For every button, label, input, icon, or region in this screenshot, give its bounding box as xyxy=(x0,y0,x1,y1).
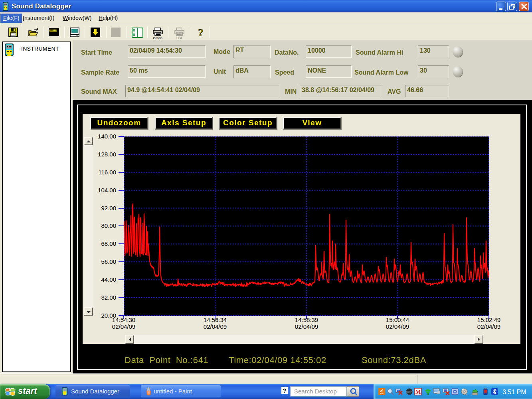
svg-text:M: M xyxy=(415,389,421,395)
svg-text:Graph: Graph xyxy=(153,36,162,40)
svg-text:OCP: OCP xyxy=(406,391,413,393)
svg-text:List: List xyxy=(176,36,182,40)
svg-text:?: ? xyxy=(198,28,204,38)
